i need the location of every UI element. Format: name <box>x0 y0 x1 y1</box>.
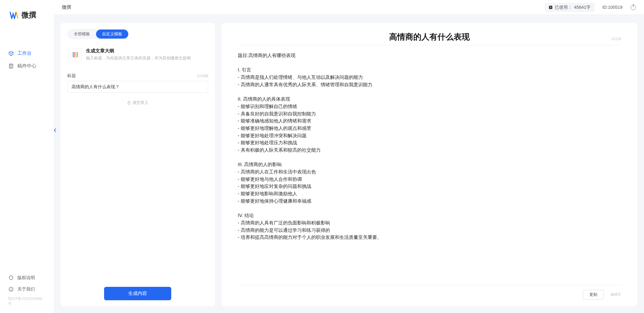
trash-icon <box>127 101 131 105</box>
sidebar-item-about[interactable]: 关于我们 <box>0 283 54 295</box>
field-label: 标题 <box>67 73 76 79</box>
user-id: ID:100519 <box>602 5 623 10</box>
page-title: 微撰 <box>62 4 71 10</box>
clear-button[interactable]: 清空录入 <box>127 100 148 106</box>
tab-label: 自定义模板 <box>102 32 122 36</box>
sidebar-item-drafts[interactable]: 稿件中心 <box>0 60 54 72</box>
usage-badge[interactable]: T 已使用： 45641字 <box>545 3 594 12</box>
sidebar-item-workbench[interactable]: 工作台 <box>0 47 54 60</box>
doc-title[interactable]: 高情商的人有什么表现 <box>389 32 470 42</box>
text-icon: T <box>549 5 553 9</box>
nav: 工作台 稿件中心 <box>0 27 54 272</box>
copy-button[interactable]: 复制 <box>583 290 604 300</box>
sidebar-item-label: 版权说明 <box>17 275 35 281</box>
workspace: 全部模板 自定义模板 生成文章大纲 输入标题，为你提供文章主体的灵感，并为其创建… <box>54 15 644 313</box>
config-panel: 全部模板 自定义模板 生成文章大纲 输入标题，为你提供文章主体的灵感，并为其创建… <box>60 23 215 306</box>
sidebar-item-label: 稿件中心 <box>17 63 36 69</box>
topbar: 微撰 T 已使用： 45641字 ID:100519 <box>54 0 644 15</box>
template-desc: 输入标题，为你提供文章主体的灵感，并为其创建推文提纲 <box>86 55 191 61</box>
svg-point-5 <box>11 288 11 289</box>
sidebar-collapse-handle[interactable] <box>53 127 57 134</box>
icp-text: 鄂ICP备2022016946号 <box>0 295 54 309</box>
generate-label: 生成内容 <box>128 291 147 296</box>
document-icon <box>8 63 14 69</box>
sidebar-item-copyright[interactable]: 版权说明 <box>0 272 54 283</box>
bottom-nav: 版权说明 关于我们 鄂ICP备2022016946号 <box>0 272 54 313</box>
svg-text:T: T <box>550 6 551 9</box>
sidebar: 微撰 工作台 稿件中心 版权说明 <box>0 0 54 313</box>
cube-icon <box>8 50 14 56</box>
word-count: 404字 <box>610 292 621 298</box>
logo: 微撰 <box>0 0 54 27</box>
template-icon <box>68 48 82 61</box>
title-input[interactable] <box>67 81 208 93</box>
divider <box>238 45 621 45</box>
logo-icon <box>9 11 19 19</box>
tab-label: 全部模板 <box>74 32 90 36</box>
shield-icon <box>8 275 14 281</box>
brand-name: 微撰 <box>21 10 36 20</box>
power-button[interactable] <box>631 5 636 10</box>
output-panel: 高情商的人有什么表现 10/100 题目:高情商的人有哪些表现 I. 引言 - … <box>222 23 637 306</box>
tab-all-templates[interactable]: 全部模板 <box>68 30 96 39</box>
clear-label: 清空录入 <box>132 100 148 106</box>
template-tabs: 全部模板 自定义模板 <box>67 29 129 39</box>
title-char-count: 10/100 <box>611 37 621 41</box>
output-footer: 复制 404字 <box>238 285 621 300</box>
generate-button[interactable]: 生成内容 <box>104 287 171 300</box>
sidebar-item-label: 关于我们 <box>17 286 35 292</box>
char-count: 11/100 <box>197 74 208 78</box>
usage-prefix: 已使用： <box>555 4 572 10</box>
info-icon <box>8 286 14 292</box>
template-card: 生成文章大纲 输入标题，为你提供文章主体的灵感，并为其创建推文提纲 <box>67 45 208 67</box>
usage-value: 45641字 <box>574 4 591 10</box>
template-title: 生成文章大纲 <box>86 48 191 54</box>
doc-body[interactable]: 题目:高情商的人有哪些表现 I. 引言 - 高情商是指人们处理情绪、与他人互动以… <box>238 52 621 241</box>
power-icon <box>631 5 636 10</box>
sidebar-item-label: 工作台 <box>17 50 32 56</box>
main: 微撰 T 已使用： 45641字 ID:100519 全部模板 自定义模板 <box>54 0 644 313</box>
tab-custom-templates[interactable]: 自定义模板 <box>96 30 128 39</box>
copy-label: 复制 <box>589 292 597 297</box>
